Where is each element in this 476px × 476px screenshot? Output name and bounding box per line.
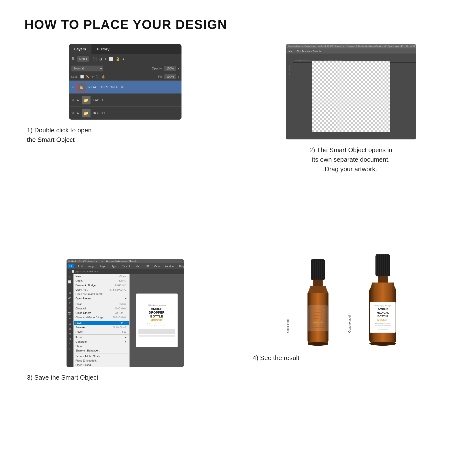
fill-row: Fill: 100% ▾ [158, 74, 179, 79]
eraser-tool-icon[interactable]: ◻ [69, 322, 71, 325]
tab-history[interactable]: History [91, 44, 115, 54]
topbar-filename-2: Dropper-Bottle-Amber-Glass-1.p [106, 260, 138, 262]
blur-tool-icon[interactable]: ◎ [68, 332, 71, 335]
layer-expand-icon-2[interactable]: ▶ [77, 99, 79, 102]
canvas-mockup-preview: OJ Packaging Mockups AMBER DROPPER BOTTL… [136, 293, 178, 347]
menu-edit[interactable]: Edit [77, 264, 84, 268]
lock-transform-icon[interactable]: ✛ [91, 75, 94, 79]
ps-layers-list: 👁 ⊞ PLACE DESIGN HERE 👁 ▶ 📁 LABEL [69, 81, 182, 119]
layer-expand-icon-3[interactable]: ▶ [77, 112, 79, 115]
layer-visibility-icon-2[interactable]: 👁 [71, 98, 75, 102]
ps-canvas-preview: OJ Packaging Mockups AMBER DROPPER BOTTL… [130, 274, 184, 367]
dodge-tool-icon[interactable]: ◑ [68, 337, 71, 340]
lock-artboard-icon[interactable]: ⬛ [96, 75, 100, 79]
menu-item-open-as[interactable]: Open As... Alt+Shift+Ctrl+O [74, 288, 129, 292]
file-dropdown-menu: New... Ctrl+N Open... Ctrl+O Browse in B… [73, 274, 130, 367]
layer-row-place-design[interactable]: 👁 ⊞ PLACE DESIGN HERE [69, 81, 182, 94]
menu-layer[interactable]: Layer [99, 264, 108, 268]
menu-item-place-linked[interactable]: Place Linked... [74, 363, 129, 367]
brush-tool-icon[interactable]: ✏ [69, 306, 71, 310]
gradient-tool-icon[interactable]: ▤ [68, 327, 71, 330]
svg-rect-5 [319, 259, 320, 280]
svg-text:create smart objects for your : create smart objects for your artwork. [374, 325, 391, 326]
lock-pixels-icon[interactable]: ⬜ [80, 75, 84, 79]
menu-item-close[interactable]: Close Ctrl+W [74, 302, 129, 306]
menu-item-place-embedded[interactable]: Place Embedded... [74, 358, 129, 363]
smart-object-window: Custom-Mockup-Square.psb Untitled-1 @ 50… [286, 44, 416, 139]
pixel-filter-icon[interactable]: ⬛ [93, 57, 97, 61]
lock-all-icon[interactable]: 🔒 [102, 75, 105, 79]
layer-visibility-icon-3[interactable]: 👁 [71, 111, 75, 115]
menu-help[interactable]: Help [178, 264, 184, 268]
ps-search-row: 🔍 Kind ▾ ⬛ ◑ T ⬜ 🔒 ● [69, 54, 182, 64]
sow-canvas-area: 600 800 1000 1200 1400 1600 1800 2000 22… [286, 54, 416, 139]
menu-item-close-others[interactable]: Close Others Alt+Ctrl+P [74, 311, 129, 315]
fill-label: Fill: [158, 75, 163, 79]
svg-text:MEDICAL: MEDICAL [376, 311, 389, 314]
chevron-down-icon: ▾ [86, 57, 87, 61]
tab-layers[interactable]: Layers [69, 44, 91, 54]
layer-row-bottle[interactable]: 👁 ▶ 📁 BOTTLE [69, 107, 182, 119]
menu-item-open[interactable]: Open... Ctrl+O [74, 279, 129, 283]
svg-text:MEDICAL: MEDICAL [313, 314, 323, 317]
file-topbar: Untitled-1 @ 100% (Layer 2 c... × Droppe… [67, 259, 184, 263]
history-tool-icon[interactable]: ↩ [69, 317, 71, 320]
menu-item-export[interactable]: Export ▶ [74, 335, 129, 340]
menu-filter[interactable]: Filter [134, 264, 142, 268]
menu-item-open-smart[interactable]: Open as Smart Object... [74, 292, 129, 296]
menu-item-close-all[interactable]: Close All Alt+Ctrl+W [74, 306, 129, 311]
sow-toolbar: Label | Blue Transform Controls [286, 49, 416, 54]
eyedropper-tool-icon[interactable]: 💉 [68, 296, 71, 299]
heal-tool-icon[interactable]: ✚ [69, 301, 71, 305]
opaque-label-text: Opaque label [348, 315, 351, 333]
menu-window[interactable]: Window [164, 264, 175, 268]
shape-filter-icon[interactable]: ⬜ [109, 57, 113, 61]
move-tool-icon[interactable]: ↕ [69, 275, 70, 278]
menu-item-new[interactable]: New... Ctrl+N [74, 274, 129, 279]
menu-select[interactable]: Select [121, 264, 131, 268]
blend-mode-select[interactable]: Normal [71, 66, 103, 71]
layer-row-label[interactable]: 👁 ▶ 📁 LABEL [69, 94, 182, 107]
pen-tool-icon[interactable]: ✒ [69, 342, 71, 346]
smartobj-filter-icon[interactable]: 🔒 [116, 57, 120, 61]
menu-item-revert[interactable]: Revert F12 [74, 329, 129, 334]
menu-item-generate[interactable]: Generate ▶ [74, 340, 129, 344]
type-tool-icon[interactable]: T [69, 348, 71, 351]
menu-type[interactable]: Type [111, 264, 119, 268]
type-filter-icon[interactable]: T [105, 57, 107, 61]
svg-text:OJ Packaging Mockups: OJ Packaging Mockups [310, 309, 326, 310]
more-filter-icon[interactable]: ● [122, 57, 124, 61]
menu-item-close-goto[interactable]: Close and Go to Bridge... Shift+Ctrl+W [74, 315, 129, 320]
layer-visibility-icon-1[interactable]: 👁 [71, 85, 75, 89]
file-menu-window: Untitled-1 @ 100% (Layer 2 c... × Droppe… [67, 259, 184, 367]
page-title: HOW TO PLACE YOUR DESIGN [0, 0, 476, 44]
crop-tool-icon[interactable]: ⊞ [69, 291, 71, 294]
lock-paint-icon[interactable]: ✏️ [86, 75, 89, 79]
stamp-tool-icon[interactable]: 📷 [68, 312, 71, 315]
menu-item-share[interactable]: Share... [74, 344, 129, 348]
topbar-filename-1: Untitled-1 @ 100% (Layer 2 c... [68, 260, 99, 262]
lasso-tool-icon[interactable]: 〇 [68, 286, 71, 289]
menu-item-open-recent[interactable]: Open Recent ▶ [74, 296, 129, 301]
select-tool-icon[interactable]: ⬜ [68, 280, 71, 284]
menu-item-save[interactable]: Save Ctrl+S [74, 321, 129, 325]
svg-rect-1 [311, 259, 312, 280]
adj-filter-icon[interactable]: ◑ [99, 57, 102, 61]
menu-item-share-behance[interactable]: Share on Behance... [74, 348, 129, 353]
folder-icon-2: 📁 [84, 98, 88, 102]
mockup-sub-1: MOCKUP [151, 319, 163, 322]
cell-1: Layers History 🔍 Kind ▾ ⬛ ◑ T ⬜ 🔒 ● [19, 44, 231, 245]
menu-item-save-as[interactable]: Save As... Shift+Ctrl+S [74, 325, 129, 329]
menu-image[interactable]: Image [86, 264, 96, 268]
fill-value[interactable]: 100% [164, 74, 176, 79]
lock-label: Lock: [71, 75, 79, 79]
menu-3d[interactable]: 3D [145, 264, 150, 268]
kind-dropdown[interactable]: Kind ▾ [77, 56, 89, 62]
menu-item-browse[interactable]: Browse in Bridge... Alt+Ctrl+O [74, 283, 129, 288]
menu-view[interactable]: View [153, 264, 161, 268]
menu-file[interactable]: File [68, 264, 74, 268]
opacity-value[interactable]: 100% [164, 66, 176, 71]
cell-2: Custom-Mockup-Square.psb Untitled-1 @ 50… [245, 44, 457, 245]
menu-item-search-stock[interactable]: Search Adobe Stock... [74, 354, 129, 358]
svg-text:Apply your designs to this moc: Apply your designs to this mockup, [311, 325, 325, 326]
